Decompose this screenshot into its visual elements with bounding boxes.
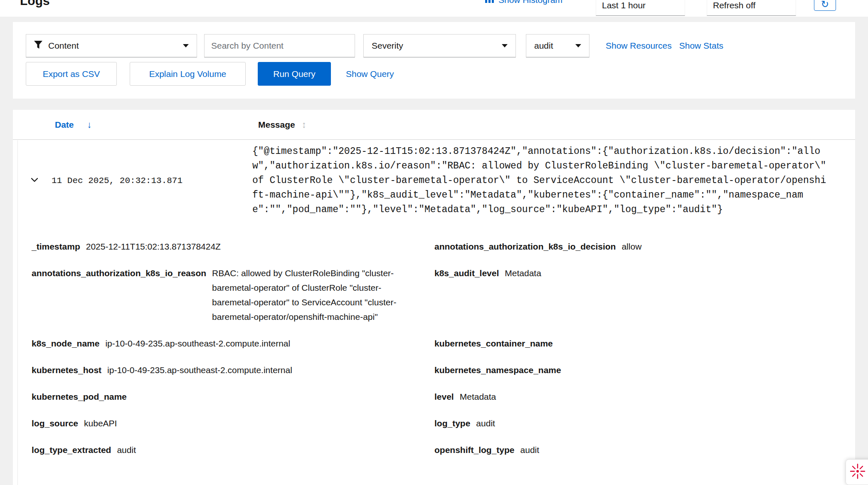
show-stats-link[interactable]: Show Stats (679, 41, 723, 51)
detail-field: level Metadata (434, 389, 842, 404)
caret-down-icon (575, 44, 581, 47)
query-toolbar: Content Severity audit Show Resources Sh… (13, 22, 855, 99)
row-expand-toggle[interactable] (30, 178, 52, 184)
detail-field: kubernetes_pod_name (32, 389, 434, 404)
column-header-date[interactable]: Date ↓ (55, 119, 258, 130)
table-header: Date ↓ Message ↕ (13, 110, 855, 140)
field-key: openshift_log_type (434, 443, 515, 457)
column-header-message[interactable]: Message ↕ (258, 119, 306, 130)
show-resources-link[interactable]: Show Resources (606, 41, 672, 51)
field-value: audit (117, 443, 418, 457)
log-row: 11 Dec 2025, 20:32:13.871 {"@timestamp":… (13, 140, 855, 222)
field-value: kubeAPI (84, 416, 418, 431)
funnel-icon (34, 41, 42, 51)
expanded-row-indent-line (17, 140, 18, 485)
red-starburst-icon (849, 463, 866, 481)
show-histogram-label: Show Histogram (498, 0, 562, 5)
attribute-filter-dropdown[interactable]: Content (26, 34, 197, 57)
logs-table: Date ↓ Message ↕ 11 Dec 2025, 20:32:13.8… (13, 110, 855, 485)
explain-log-volume-button[interactable]: Explain Log Volume (130, 62, 246, 86)
attribute-filter-label: Content (48, 41, 79, 51)
sort-icon: ↕ (302, 119, 306, 130)
field-key: _timestamp (32, 239, 80, 254)
refresh-interval-select[interactable]: Refresh off (707, 0, 796, 16)
detail-field: kubernetes_container_name (434, 336, 842, 351)
detail-field: log_type_extracted audit (32, 443, 434, 457)
refresh-button[interactable]: ↻ (814, 0, 836, 11)
field-key: log_type (434, 416, 470, 431)
show-histogram-link[interactable]: Show Histogram (485, 0, 562, 5)
field-key: annotations_authorization_k8s_io_reason (32, 266, 206, 280)
log-date-cell: 11 Dec 2025, 20:32:13.871 (52, 176, 252, 186)
detail-field: openshift_log_type audit (434, 443, 842, 457)
sync-icon: ↻ (821, 0, 829, 10)
field-key: log_source (32, 416, 78, 431)
masthead: Logs Show Histogram Last 1 hour Refresh … (0, 0, 868, 17)
detail-field: _timestamp 2025-12-11T15:02:13.871378424… (32, 239, 434, 254)
bar-chart-icon (485, 0, 494, 5)
field-value: RBAC: allowed by ClusterRoleBinding "clu… (212, 266, 418, 324)
tenant-dropdown[interactable]: audit (526, 34, 589, 57)
field-key: kubernetes_pod_name (32, 389, 127, 404)
detail-field: k8s_node_name ip-10-0-49-235.ap-southeas… (32, 336, 434, 351)
field-value: audit (476, 416, 826, 431)
detail-field: k8s_audit_level Metadata (434, 266, 842, 324)
field-key: kubernetes_container_name (434, 336, 553, 351)
message-column-label: Message (258, 120, 295, 130)
corner-widget[interactable] (846, 459, 868, 485)
field-value: ip-10-0-49-235.ap-southeast-2.compute.in… (105, 336, 418, 351)
content-area: Content Severity audit Show Resources Sh… (0, 17, 868, 485)
detail-field: annotations_authorization_k8s_io_reason … (32, 266, 434, 324)
detail-field: log_type audit (434, 416, 842, 431)
time-range-value: Last 1 hour (602, 0, 646, 10)
field-value: allow (621, 239, 826, 254)
sort-descending-icon: ↓ (87, 119, 92, 130)
detail-field: kubernetes_host ip-10-0-49-235.ap-southe… (32, 363, 434, 377)
detail-field: log_source kubeAPI (32, 416, 434, 431)
field-key: annotations_authorization_k8s_io_decisio… (434, 239, 616, 254)
logs-page: Logs Show Histogram Last 1 hour Refresh … (0, 0, 868, 485)
field-key: log_type_extracted (32, 443, 111, 457)
field-value: 2025-12-11T15:02:13.871378424Z (86, 239, 418, 254)
button-row: Export as CSV Explain Log Volume Run Que… (26, 62, 842, 86)
log-details: _timestamp 2025-12-11T15:02:13.871378424… (13, 222, 855, 469)
severity-dropdown[interactable]: Severity (363, 34, 516, 57)
detail-field: kubernetes_namespace_name (434, 363, 842, 377)
log-message-cell: {"@timestamp":"2025-12-11T15:02:13.87137… (252, 140, 826, 222)
chevron-down-icon (30, 178, 39, 184)
date-column-label: Date (55, 120, 74, 130)
refresh-interval-value: Refresh off (713, 0, 755, 10)
field-key: k8s_audit_level (434, 266, 499, 280)
export-csv-button[interactable]: Export as CSV (26, 62, 117, 86)
field-value: audit (520, 443, 826, 457)
caret-down-icon (183, 44, 189, 47)
search-input[interactable] (204, 34, 355, 57)
tenant-value: audit (534, 41, 553, 51)
field-key: k8s_node_name (32, 336, 99, 351)
field-value: ip-10-0-49-235.ap-southeast-2.compute.in… (107, 363, 418, 377)
run-query-button[interactable]: Run Query (258, 62, 331, 86)
field-key: level (434, 389, 454, 404)
toolbar-links: Show Resources Show Stats (606, 41, 723, 51)
detail-field: annotations_authorization_k8s_io_decisio… (434, 239, 842, 254)
field-key: kubernetes_host (32, 363, 101, 377)
severity-label: Severity (372, 41, 403, 51)
show-query-link[interactable]: Show Query (346, 69, 394, 79)
filter-row: Content Severity audit Show Resources Sh… (26, 34, 842, 57)
field-value: Metadata (460, 389, 826, 404)
field-value: Metadata (505, 266, 826, 280)
field-key: kubernetes_namespace_name (434, 363, 561, 377)
caret-down-icon (502, 44, 508, 47)
time-range-select[interactable]: Last 1 hour (596, 0, 685, 16)
page-title: Logs (20, 0, 50, 8)
